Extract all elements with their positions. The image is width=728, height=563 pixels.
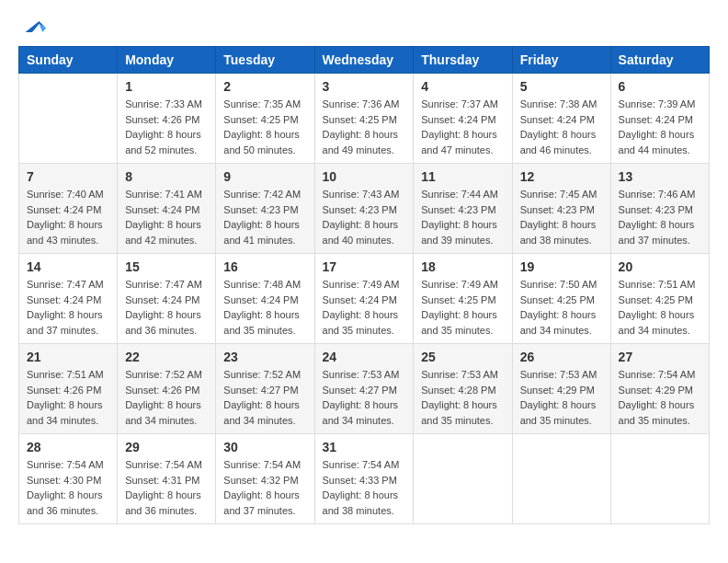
day-info: Sunrise: 7:38 AM Sunset: 4:24 PM Dayligh… xyxy=(520,97,603,157)
day-info: Sunrise: 7:49 AM Sunset: 4:24 PM Dayligh… xyxy=(323,277,406,338)
day-number: 8 xyxy=(125,169,208,184)
day-info: Sunrise: 7:43 AM Sunset: 4:23 PM Dayligh… xyxy=(323,187,406,247)
day-info: Sunrise: 7:52 AM Sunset: 4:26 PM Dayligh… xyxy=(125,367,208,428)
day-number: 22 xyxy=(125,350,208,364)
day-number: 19 xyxy=(520,259,603,274)
calendar-cell: 30Sunrise: 7:54 AM Sunset: 4:32 PM Dayli… xyxy=(216,434,314,524)
day-number: 20 xyxy=(619,259,701,274)
calendar-cell: 19Sunrise: 7:50 AM Sunset: 4:25 PM Dayli… xyxy=(512,254,610,344)
day-number: 17 xyxy=(323,259,406,274)
day-number: 15 xyxy=(125,259,208,274)
day-info: Sunrise: 7:47 AM Sunset: 4:24 PM Dayligh… xyxy=(27,277,109,338)
day-info: Sunrise: 7:53 AM Sunset: 4:28 PM Dayligh… xyxy=(421,367,504,428)
column-header-friday: Friday xyxy=(512,47,610,74)
calendar-week-3: 14Sunrise: 7:47 AM Sunset: 4:24 PM Dayli… xyxy=(19,254,710,344)
calendar-cell: 23Sunrise: 7:52 AM Sunset: 4:27 PM Dayli… xyxy=(216,344,314,434)
column-header-monday: Monday xyxy=(118,47,216,74)
day-info: Sunrise: 7:44 AM Sunset: 4:23 PM Dayligh… xyxy=(421,187,504,247)
day-info: Sunrise: 7:50 AM Sunset: 4:25 PM Dayligh… xyxy=(520,277,603,338)
day-number: 23 xyxy=(223,350,306,364)
calendar-cell: 9Sunrise: 7:42 AM Sunset: 4:23 PM Daylig… xyxy=(216,164,314,254)
calendar-cell: 10Sunrise: 7:43 AM Sunset: 4:23 PM Dayli… xyxy=(314,164,414,254)
day-info: Sunrise: 7:49 AM Sunset: 4:25 PM Dayligh… xyxy=(421,277,504,338)
day-number: 1 xyxy=(125,79,208,94)
day-number: 27 xyxy=(619,350,701,364)
calendar-cell: 21Sunrise: 7:51 AM Sunset: 4:26 PM Dayli… xyxy=(19,344,118,434)
calendar-week-1: 1Sunrise: 7:33 AM Sunset: 4:26 PM Daylig… xyxy=(19,74,710,164)
day-info: Sunrise: 7:41 AM Sunset: 4:24 PM Dayligh… xyxy=(125,187,208,247)
day-number: 18 xyxy=(421,259,504,274)
day-number: 4 xyxy=(421,79,504,94)
day-info: Sunrise: 7:54 AM Sunset: 4:30 PM Dayligh… xyxy=(27,457,109,518)
day-number: 13 xyxy=(619,169,701,184)
day-number: 26 xyxy=(520,350,603,364)
day-info: Sunrise: 7:40 AM Sunset: 4:24 PM Dayligh… xyxy=(27,187,109,247)
day-number: 31 xyxy=(323,440,406,454)
calendar-cell: 7Sunrise: 7:40 AM Sunset: 4:24 PM Daylig… xyxy=(19,164,118,254)
day-number: 24 xyxy=(323,350,406,364)
day-number: 2 xyxy=(223,79,306,94)
calendar-cell: 18Sunrise: 7:49 AM Sunset: 4:25 PM Dayli… xyxy=(414,254,512,344)
calendar-cell: 2Sunrise: 7:35 AM Sunset: 4:25 PM Daylig… xyxy=(216,74,314,164)
calendar-cell: 4Sunrise: 7:37 AM Sunset: 4:24 PM Daylig… xyxy=(414,74,512,164)
day-number: 25 xyxy=(421,350,504,364)
day-info: Sunrise: 7:54 AM Sunset: 4:33 PM Dayligh… xyxy=(323,457,406,518)
calendar-cell xyxy=(512,434,610,524)
day-info: Sunrise: 7:48 AM Sunset: 4:24 PM Dayligh… xyxy=(223,277,306,338)
logo xyxy=(18,18,50,37)
calendar-cell xyxy=(414,434,512,524)
day-info: Sunrise: 7:39 AM Sunset: 4:24 PM Dayligh… xyxy=(619,97,701,157)
day-number: 9 xyxy=(223,169,306,184)
day-info: Sunrise: 7:51 AM Sunset: 4:26 PM Dayligh… xyxy=(27,367,109,428)
column-header-wednesday: Wednesday xyxy=(314,47,414,74)
day-info: Sunrise: 7:46 AM Sunset: 4:23 PM Dayligh… xyxy=(619,187,701,247)
calendar-cell: 11Sunrise: 7:44 AM Sunset: 4:23 PM Dayli… xyxy=(414,164,512,254)
day-number: 3 xyxy=(323,79,406,94)
column-header-saturday: Saturday xyxy=(610,47,709,74)
day-info: Sunrise: 7:35 AM Sunset: 4:25 PM Dayligh… xyxy=(223,97,306,157)
calendar-cell: 13Sunrise: 7:46 AM Sunset: 4:23 PM Dayli… xyxy=(610,164,709,254)
calendar-cell: 1Sunrise: 7:33 AM Sunset: 4:26 PM Daylig… xyxy=(118,74,216,164)
day-info: Sunrise: 7:36 AM Sunset: 4:25 PM Dayligh… xyxy=(323,97,406,157)
day-info: Sunrise: 7:47 AM Sunset: 4:24 PM Dayligh… xyxy=(125,277,208,338)
day-info: Sunrise: 7:45 AM Sunset: 4:23 PM Dayligh… xyxy=(520,187,603,247)
day-info: Sunrise: 7:53 AM Sunset: 4:29 PM Dayligh… xyxy=(520,367,603,428)
calendar-cell: 14Sunrise: 7:47 AM Sunset: 4:24 PM Dayli… xyxy=(19,254,118,344)
day-info: Sunrise: 7:53 AM Sunset: 4:27 PM Dayligh… xyxy=(323,367,406,428)
calendar-cell: 31Sunrise: 7:54 AM Sunset: 4:33 PM Dayli… xyxy=(314,434,414,524)
day-info: Sunrise: 7:51 AM Sunset: 4:25 PM Dayligh… xyxy=(619,277,701,338)
day-number: 21 xyxy=(27,350,109,364)
calendar-cell: 17Sunrise: 7:49 AM Sunset: 4:24 PM Dayli… xyxy=(314,254,414,344)
calendar-cell: 6Sunrise: 7:39 AM Sunset: 4:24 PM Daylig… xyxy=(610,74,709,164)
day-number: 12 xyxy=(520,169,603,184)
calendar-cell: 15Sunrise: 7:47 AM Sunset: 4:24 PM Dayli… xyxy=(118,254,216,344)
day-info: Sunrise: 7:33 AM Sunset: 4:26 PM Dayligh… xyxy=(125,97,208,157)
calendar-week-4: 21Sunrise: 7:51 AM Sunset: 4:26 PM Dayli… xyxy=(19,344,710,434)
day-info: Sunrise: 7:52 AM Sunset: 4:27 PM Dayligh… xyxy=(223,367,306,428)
day-number: 30 xyxy=(223,440,306,454)
calendar-cell: 24Sunrise: 7:53 AM Sunset: 4:27 PM Dayli… xyxy=(314,344,414,434)
day-number: 28 xyxy=(27,440,109,454)
day-info: Sunrise: 7:42 AM Sunset: 4:23 PM Dayligh… xyxy=(223,187,306,247)
day-info: Sunrise: 7:54 AM Sunset: 4:31 PM Dayligh… xyxy=(125,457,208,518)
day-info: Sunrise: 7:37 AM Sunset: 4:24 PM Dayligh… xyxy=(421,97,504,157)
day-number: 29 xyxy=(125,440,208,454)
day-number: 6 xyxy=(619,79,701,94)
calendar-cell: 3Sunrise: 7:36 AM Sunset: 4:25 PM Daylig… xyxy=(314,74,414,164)
calendar-cell xyxy=(19,74,118,164)
calendar-week-5: 28Sunrise: 7:54 AM Sunset: 4:30 PM Dayli… xyxy=(19,434,710,524)
calendar-cell: 8Sunrise: 7:41 AM Sunset: 4:24 PM Daylig… xyxy=(118,164,216,254)
day-number: 10 xyxy=(323,169,406,184)
calendar-table: SundayMondayTuesdayWednesdayThursdayFrid… xyxy=(18,46,710,524)
calendar-cell: 22Sunrise: 7:52 AM Sunset: 4:26 PM Dayli… xyxy=(118,344,216,434)
calendar-cell: 28Sunrise: 7:54 AM Sunset: 4:30 PM Dayli… xyxy=(19,434,118,524)
calendar-cell xyxy=(610,434,709,524)
calendar-cell: 26Sunrise: 7:53 AM Sunset: 4:29 PM Dayli… xyxy=(512,344,610,434)
day-number: 11 xyxy=(421,169,504,184)
day-info: Sunrise: 7:54 AM Sunset: 4:29 PM Dayligh… xyxy=(619,367,701,428)
logo-icon xyxy=(18,18,46,35)
calendar-cell: 16Sunrise: 7:48 AM Sunset: 4:24 PM Dayli… xyxy=(216,254,314,344)
day-number: 7 xyxy=(27,169,109,184)
calendar-cell: 20Sunrise: 7:51 AM Sunset: 4:25 PM Dayli… xyxy=(610,254,709,344)
calendar-cell: 29Sunrise: 7:54 AM Sunset: 4:31 PM Dayli… xyxy=(118,434,216,524)
